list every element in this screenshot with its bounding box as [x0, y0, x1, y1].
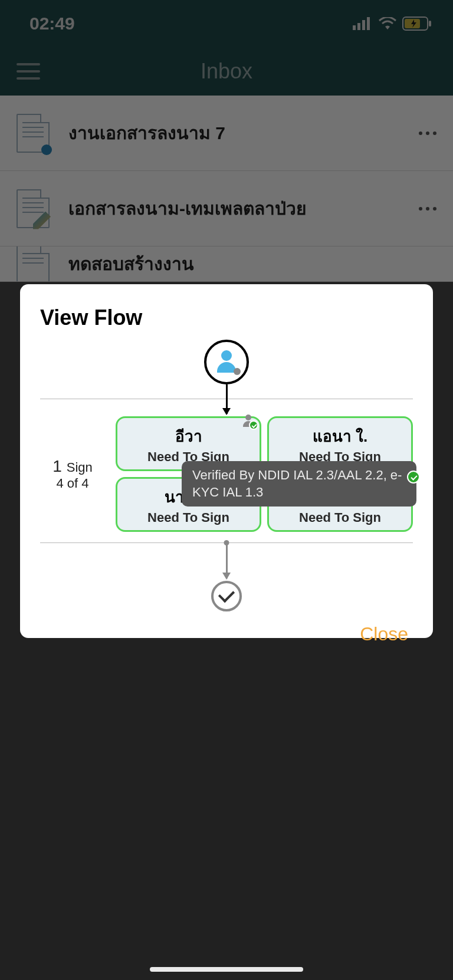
step-progress: 4 of 4 — [40, 476, 105, 491]
signers-grid: อีวา Need To Sign แอนา ใ. Need To Sign น… — [116, 416, 413, 532]
modal-title: View Flow — [20, 305, 433, 340]
flow-diagram: 1Sign 4 of 4 อีวา Need To Sign แอนา ใ. N… — [20, 340, 433, 611]
check-icon — [407, 471, 420, 484]
home-indicator[interactable] — [150, 967, 303, 972]
view-flow-modal: View Flow 1Sign 4 of 4 อีวา Need To Sign… — [20, 284, 433, 638]
verification-tooltip: Verified By NDID IAL 2.3/AAL 2.2, e-KYC … — [182, 461, 416, 507]
arrow-down-icon — [226, 384, 228, 414]
person-icon — [215, 350, 238, 374]
tooltip-text: Verified By NDID IAL 2.3/AAL 2.2, e-KYC … — [192, 468, 402, 499]
step-number: 1 — [52, 457, 62, 476]
step-meta: 1Sign 4 of 4 — [40, 457, 105, 491]
flow-step-row: 1Sign 4 of 4 อีวา Need To Sign แอนา ใ. N… — [40, 416, 413, 532]
flow-start-node — [204, 340, 249, 384]
verified-badge-icon — [242, 415, 255, 427]
signer-status: Need To Sign — [122, 510, 255, 525]
close-button[interactable]: Close — [360, 623, 408, 645]
step-label: Sign — [67, 460, 93, 475]
signer-name: แอนา ใ. — [274, 424, 406, 448]
signer-name: อีวา — [122, 424, 255, 448]
flow-end-node — [211, 581, 242, 611]
signer-status: Need To Sign — [274, 510, 406, 525]
arrow-down-icon — [226, 543, 228, 578]
